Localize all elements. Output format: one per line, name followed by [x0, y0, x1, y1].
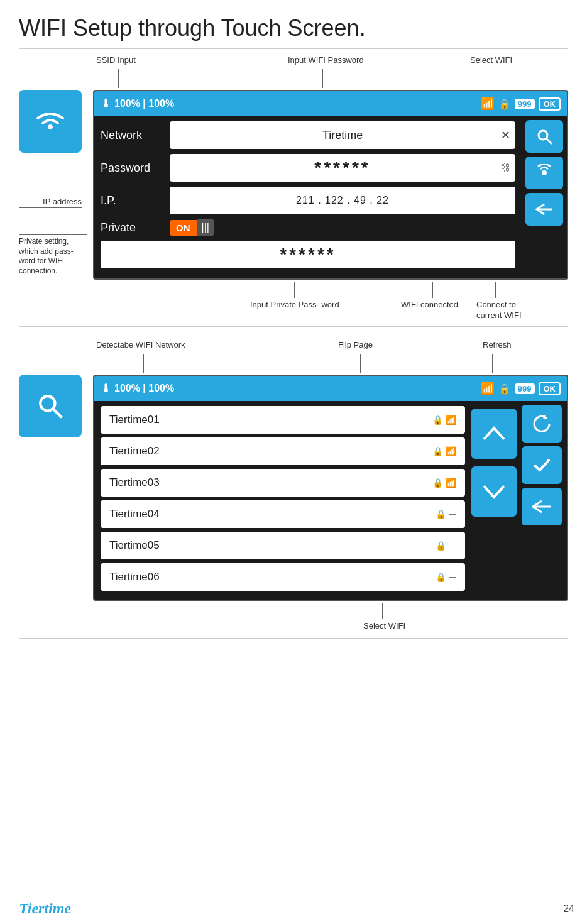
private-pass-value: ******: [280, 245, 336, 265]
list-item[interactable]: Tiertime05 🔒 —: [101, 532, 465, 559]
select-wifi-bottom-label: Select WIFI: [363, 621, 405, 630]
screen-header-2: 🌡 100% | 100% 📶 🔒 999 OK: [94, 376, 567, 401]
middle-divider: [19, 326, 568, 327]
device-screen-2: 🌡 100% | 100% 📶 🔒 999 OK Ti: [93, 375, 568, 601]
input-wifi-password-label: Input WIFI Password: [288, 55, 364, 65]
lock-icon-5: 🔒: [436, 541, 446, 551]
lock-icon-3: 🔒: [432, 478, 443, 488]
lock-icon-1: 🔒: [432, 415, 443, 425]
input-private-pass-label: Input Private Pass- word: [250, 300, 339, 309]
broadcast-button[interactable]: [525, 157, 563, 189]
ip-value: 211 . 122 . 49 . 22: [296, 195, 389, 206]
ip-address-label: IP address: [19, 197, 82, 208]
badge-999-2: 999: [515, 383, 535, 394]
wifi-icon-6: —: [449, 573, 456, 581]
wifi-icon-3: 📶: [446, 478, 456, 488]
ip-row: I.P. 211 . 122 . 49 . 22: [101, 187, 515, 214]
private-setting-label: Private setting, which add pass-word for…: [19, 234, 87, 276]
wifi-header-icon-1: 📶: [481, 97, 495, 111]
wifi-icon-block: [19, 90, 82, 153]
wifi-icon-2: 📶: [446, 446, 456, 456]
thermo-icon: 🌡: [101, 97, 112, 111]
search-icon-block: [19, 375, 93, 437]
link-icon: ⛓: [500, 162, 510, 173]
list-item[interactable]: Tiertime04 🔒 —: [101, 500, 465, 528]
refresh-button[interactable]: [522, 405, 562, 443]
bottom-divider: [19, 638, 568, 639]
ssid-label: SSID Input: [96, 55, 136, 65]
lock-header-icon-2: 🔒: [498, 383, 511, 395]
password-input[interactable]: ****** ⛓: [170, 154, 515, 182]
lock-icon-2: 🔒: [432, 446, 443, 456]
private-label: Private: [101, 221, 170, 234]
thermo-icon-2: 🌡: [101, 382, 112, 395]
list-item[interactable]: Tiertime06 🔒 —: [101, 563, 465, 591]
network-row: Network Tiretime ✕: [101, 121, 515, 149]
wifi-connected-label: WIFI connected: [401, 300, 458, 309]
temp-display-2: 100% | 100%: [114, 383, 174, 394]
clear-icon[interactable]: ✕: [501, 128, 510, 142]
list-item[interactable]: Tiertime01 🔒 📶: [101, 406, 465, 434]
lock-icon-6: 🔒: [436, 572, 446, 582]
private-pass-input[interactable]: ******: [101, 241, 515, 268]
svg-line-1: [546, 138, 552, 144]
ip-label: I.P.: [101, 194, 170, 207]
badge-999-1: 999: [515, 99, 535, 109]
network-list: Tiertime01 🔒 📶 Tiertime02 🔒 📶: [94, 401, 471, 600]
network-value: Tiretime: [322, 129, 363, 142]
right-buttons-2: [517, 401, 567, 600]
svg-point-4: [40, 396, 55, 410]
screen-body-1: Network Tiretime ✕ Password ****** ⛓: [94, 116, 567, 278]
svg-line-5: [53, 409, 62, 417]
right-buttons-1: [522, 116, 567, 278]
network-label: Network: [101, 129, 170, 142]
private-row: Private ON |||: [101, 219, 515, 236]
page-title: WIFI Setup through Touch Screen.: [0, 0, 587, 48]
flip-down-button[interactable]: [471, 466, 517, 517]
toggle-bars[interactable]: |||: [197, 219, 214, 236]
detect-wifi-label: Detectabe WIFI Network: [96, 340, 185, 349]
select-wifi-label: Select WIFI: [470, 55, 512, 65]
password-value: ******: [314, 158, 370, 178]
wifi-icon: [31, 106, 69, 137]
private-pass-row: ******: [101, 241, 515, 268]
back-button-1[interactable]: [525, 193, 563, 226]
wifi-icon-1: 📶: [446, 415, 456, 425]
network-input[interactable]: Tiretime ✕: [170, 121, 515, 149]
flip-up-button[interactable]: [471, 409, 517, 459]
list-item[interactable]: Tiertime02 🔒 📶: [101, 437, 465, 465]
wifi-header-icon-2: 📶: [481, 382, 495, 395]
ok-badge-2: OK: [539, 382, 561, 395]
screen-header-1: 🌡 100% | 100% 📶 🔒 999 OK: [94, 91, 567, 116]
lock-header-icon-1: 🔒: [498, 98, 511, 110]
lock-icon-4: 🔒: [436, 509, 446, 519]
connect-current-wifi-label: Connect tocurrent WIFI: [476, 300, 522, 321]
top-annotations-2: Detectabe WIFI Network Flip Page Refresh: [93, 340, 568, 375]
svg-point-0: [539, 131, 547, 140]
brand-logo: Tiertime: [19, 900, 71, 917]
page-footer: Tiertime 24: [0, 893, 587, 924]
search-button[interactable]: [525, 120, 563, 153]
search-icon-large: [35, 390, 66, 422]
bottom-annotations-2: Select WIFI: [93, 603, 568, 638]
back-button-2[interactable]: [522, 488, 562, 525]
bottom-annotations-1: Input Private Pass- word WIFI connected …: [93, 282, 568, 320]
wifi-icon-5: —: [449, 541, 456, 550]
password-label: Password: [101, 162, 170, 175]
temp-display-1: 100% | 100%: [114, 98, 174, 109]
top-annotations-1: SSID Input Input WIFI Password Select WI…: [93, 55, 568, 90]
list-item[interactable]: Tiertime03 🔒 📶: [101, 469, 465, 497]
screen-body-2: Tiertime01 🔒 📶 Tiertime02 🔒 📶: [94, 401, 567, 600]
ip-input[interactable]: 211 . 122 . 49 . 22: [170, 187, 515, 214]
on-badge[interactable]: ON: [170, 220, 197, 236]
confirm-button[interactable]: [522, 446, 562, 484]
flip-page-label: Flip Page: [338, 340, 373, 349]
svg-point-2: [542, 170, 547, 175]
refresh-label: Refresh: [483, 340, 512, 349]
wifi-icon-4: —: [449, 510, 456, 519]
device-screen-1: 🌡 100% | 100% 📶 🔒 999 OK: [93, 90, 568, 280]
ok-badge-1: OK: [539, 97, 561, 111]
page-number: 24: [563, 903, 574, 915]
password-row: Password ****** ⛓: [101, 154, 515, 182]
